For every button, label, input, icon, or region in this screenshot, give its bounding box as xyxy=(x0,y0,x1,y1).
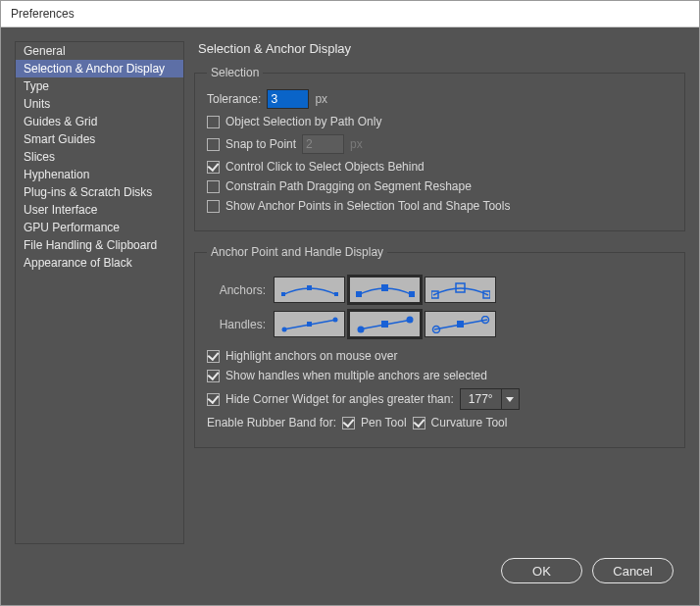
ctrl-click-label: Control Click to Select Objects Behind xyxy=(225,160,425,174)
sidebar-item-selection-anchor-display[interactable]: Selection & Anchor Display xyxy=(16,60,183,77)
sidebar-item-user-interface[interactable]: User Interface xyxy=(16,201,183,219)
handles-option-group xyxy=(274,311,496,337)
handles-option-large[interactable] xyxy=(425,311,496,337)
sidebar-item-units[interactable]: Units xyxy=(16,95,183,113)
tolerance-input[interactable] xyxy=(267,89,309,109)
object-selection-checkbox[interactable] xyxy=(207,116,220,128)
constrain-checkbox[interactable] xyxy=(207,180,220,193)
ok-button[interactable]: OK xyxy=(501,558,582,583)
ctrl-click-checkbox[interactable] xyxy=(207,161,220,174)
sidebar-item-gpu-performance[interactable]: GPU Performance xyxy=(16,219,183,236)
svg-rect-3 xyxy=(381,284,388,291)
snap-to-point-checkbox[interactable] xyxy=(207,138,220,151)
highlight-checkbox[interactable] xyxy=(207,350,220,363)
sidebar-item-type[interactable]: Type xyxy=(16,77,183,95)
anchors-option-large[interactable] xyxy=(425,277,496,303)
hide-corner-value: 177° xyxy=(461,392,501,406)
preferences-dialog: Preferences GeneralSelection & Anchor Di… xyxy=(0,0,700,606)
svg-rect-2 xyxy=(334,292,338,296)
hide-corner-checkbox[interactable] xyxy=(207,393,220,406)
svg-rect-18 xyxy=(457,321,464,328)
svg-point-12 xyxy=(332,317,337,322)
anchors-label: Anchors: xyxy=(207,283,266,297)
main-area: GeneralSelection & Anchor DisplayTypeUni… xyxy=(1,27,699,544)
svg-rect-1 xyxy=(281,292,285,296)
snap-to-point-unit: px xyxy=(350,137,363,151)
anchor-medium-icon xyxy=(356,281,415,299)
sidebar-item-appearance-of-black[interactable]: Appearance of Black xyxy=(16,254,183,272)
pen-tool-label: Pen Tool xyxy=(361,416,406,429)
dialog-body: GeneralSelection & Anchor DisplayTypeUni… xyxy=(1,27,699,605)
chevron-down-icon xyxy=(506,397,514,402)
sidebar-item-slices[interactable]: Slices xyxy=(16,148,183,166)
anchors-option-medium[interactable] xyxy=(349,277,421,303)
svg-point-11 xyxy=(281,327,286,331)
curvature-label: Curvature Tool xyxy=(431,416,508,429)
anchors-option-small[interactable] xyxy=(274,277,345,303)
sidebar-item-general[interactable]: General xyxy=(16,42,183,60)
pen-tool-checkbox[interactable] xyxy=(342,417,355,429)
selection-legend: Selection xyxy=(207,66,263,79)
cancel-button[interactable]: Cancel xyxy=(592,558,674,583)
anchors-option-group xyxy=(274,277,496,303)
highlight-label: Highlight anchors on mouse over xyxy=(225,349,397,363)
show-anchors-selection-label: Show Anchor Points in Selection Tool and… xyxy=(225,199,510,213)
handle-large-icon xyxy=(431,316,490,333)
sidebar-item-file-handling-clipboard[interactable]: File Handling & Clipboard xyxy=(16,236,183,254)
hide-corner-label: Hide Corner Widget for angles greater th… xyxy=(225,392,454,406)
svg-rect-14 xyxy=(381,321,388,328)
curvature-checkbox[interactable] xyxy=(413,417,425,429)
category-sidebar: GeneralSelection & Anchor DisplayTypeUni… xyxy=(15,41,184,544)
snap-to-point-label: Snap to Point xyxy=(225,137,296,151)
hide-corner-dropdown[interactable]: 177° xyxy=(460,388,520,410)
selection-group: Selection Tolerance: px Object Selection… xyxy=(194,66,685,231)
sidebar-item-plug-ins-scratch-disks[interactable]: Plug-ins & Scratch Disks xyxy=(16,183,183,201)
object-selection-label: Object Selection by Path Only xyxy=(225,115,381,128)
handle-small-icon xyxy=(280,316,339,333)
handles-option-medium[interactable] xyxy=(349,311,421,337)
handles-label: Handles: xyxy=(207,318,266,331)
hide-corner-dropdown-button[interactable] xyxy=(501,389,519,409)
anchor-legend: Anchor Point and Handle Display xyxy=(207,245,387,259)
dialog-footer: OK Cancel xyxy=(1,544,699,605)
show-handles-label: Show handles when multiple anchors are s… xyxy=(225,369,487,382)
tolerance-label: Tolerance: xyxy=(207,92,261,106)
anchor-group: Anchor Point and Handle Display Anchors: xyxy=(194,245,685,448)
sidebar-item-guides-grid[interactable]: Guides & Grid xyxy=(16,113,183,130)
handle-medium-icon xyxy=(356,316,415,333)
svg-point-16 xyxy=(406,316,413,323)
rubber-band-label: Enable Rubber Band for: xyxy=(207,416,336,429)
sidebar-item-smart-guides[interactable]: Smart Guides xyxy=(16,130,183,148)
tolerance-unit: px xyxy=(315,92,327,106)
content-panel: Selection & Anchor Display Selection Tol… xyxy=(194,41,685,544)
snap-to-point-input xyxy=(302,134,344,154)
sidebar-item-hyphenation[interactable]: Hyphenation xyxy=(16,166,183,183)
titlebar: Preferences xyxy=(1,1,699,27)
constrain-label: Constrain Path Dragging on Segment Resha… xyxy=(225,179,472,193)
show-handles-checkbox[interactable] xyxy=(207,370,220,382)
svg-point-15 xyxy=(357,326,364,332)
svg-rect-5 xyxy=(409,291,415,297)
svg-rect-10 xyxy=(307,322,312,327)
page-title: Selection & Anchor Display xyxy=(194,41,685,56)
window-title: Preferences xyxy=(11,7,75,21)
anchor-small-icon xyxy=(280,281,339,299)
anchor-large-icon xyxy=(431,281,490,299)
svg-rect-4 xyxy=(356,291,362,297)
svg-rect-0 xyxy=(307,285,312,290)
show-anchors-selection-checkbox[interactable] xyxy=(207,200,220,213)
handles-option-small[interactable] xyxy=(274,311,345,337)
